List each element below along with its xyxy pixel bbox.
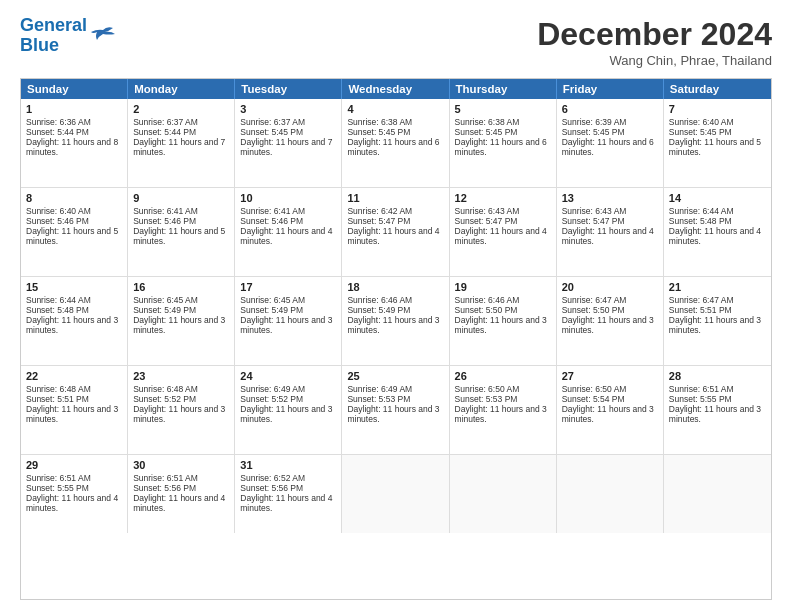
cal-cell-1-6: 7Sunrise: 6:40 AMSunset: 5:45 PMDaylight…	[664, 99, 771, 187]
cal-cell-2-1: 9Sunrise: 6:41 AMSunset: 5:46 PMDaylight…	[128, 188, 235, 276]
cal-cell-1-2: 3Sunrise: 6:37 AMSunset: 5:45 PMDaylight…	[235, 99, 342, 187]
sunset-3-3: Sunset: 5:49 PM	[347, 305, 443, 315]
cal-cell-1-3: 4Sunrise: 6:38 AMSunset: 5:45 PMDaylight…	[342, 99, 449, 187]
day-num-4-1: 23	[133, 370, 229, 382]
daylight-1-6: Daylight: 11 hours and 5 minutes.	[669, 137, 766, 157]
cal-cell-4-6: 28Sunrise: 6:51 AMSunset: 5:55 PMDayligh…	[664, 366, 771, 454]
day-num-4-0: 22	[26, 370, 122, 382]
day-num-4-3: 25	[347, 370, 443, 382]
cal-cell-4-2: 24Sunrise: 6:49 AMSunset: 5:52 PMDayligh…	[235, 366, 342, 454]
day-num-2-5: 13	[562, 192, 658, 204]
cal-cell-3-5: 20Sunrise: 6:47 AMSunset: 5:50 PMDayligh…	[557, 277, 664, 365]
daylight-1-5: Daylight: 11 hours and 6 minutes.	[562, 137, 658, 157]
cal-cell-4-4: 26Sunrise: 6:50 AMSunset: 5:53 PMDayligh…	[450, 366, 557, 454]
sunrise-3-1: Sunrise: 6:45 AM	[133, 295, 229, 305]
day-num-3-3: 18	[347, 281, 443, 293]
header-tuesday: Tuesday	[235, 79, 342, 99]
sunrise-3-2: Sunrise: 6:45 AM	[240, 295, 336, 305]
sunrise-3-0: Sunrise: 6:44 AM	[26, 295, 122, 305]
day-num-2-3: 11	[347, 192, 443, 204]
sunrise-3-6: Sunrise: 6:47 AM	[669, 295, 766, 305]
header-monday: Monday	[128, 79, 235, 99]
sunrise-4-4: Sunrise: 6:50 AM	[455, 384, 551, 394]
sunrise-3-3: Sunrise: 6:46 AM	[347, 295, 443, 305]
day-num-3-5: 20	[562, 281, 658, 293]
sunrise-2-4: Sunrise: 6:43 AM	[455, 206, 551, 216]
cal-cell-4-1: 23Sunrise: 6:48 AMSunset: 5:52 PMDayligh…	[128, 366, 235, 454]
cal-cell-3-2: 17Sunrise: 6:45 AMSunset: 5:49 PMDayligh…	[235, 277, 342, 365]
sunrise-4-3: Sunrise: 6:49 AM	[347, 384, 443, 394]
cal-cell-2-6: 14Sunrise: 6:44 AMSunset: 5:48 PMDayligh…	[664, 188, 771, 276]
logo-text: General Blue	[20, 16, 87, 56]
sunset-1-0: Sunset: 5:44 PM	[26, 127, 122, 137]
daylight-1-4: Daylight: 11 hours and 6 minutes.	[455, 137, 551, 157]
day-num-2-1: 9	[133, 192, 229, 204]
cal-row-1: 1Sunrise: 6:36 AMSunset: 5:44 PMDaylight…	[21, 99, 771, 188]
sunrise-4-6: Sunrise: 6:51 AM	[669, 384, 766, 394]
day-num-5-1: 30	[133, 459, 229, 471]
day-num-3-4: 19	[455, 281, 551, 293]
sunrise-1-3: Sunrise: 6:38 AM	[347, 117, 443, 127]
sunrise-5-1: Sunrise: 6:51 AM	[133, 473, 229, 483]
day-num-5-0: 29	[26, 459, 122, 471]
day-num-2-4: 12	[455, 192, 551, 204]
sunset-3-4: Sunset: 5:50 PM	[455, 305, 551, 315]
sunrise-2-3: Sunrise: 6:42 AM	[347, 206, 443, 216]
sunrise-2-5: Sunrise: 6:43 AM	[562, 206, 658, 216]
day-num-2-6: 14	[669, 192, 766, 204]
cal-row-3: 15Sunrise: 6:44 AMSunset: 5:48 PMDayligh…	[21, 277, 771, 366]
sunset-2-5: Sunset: 5:47 PM	[562, 216, 658, 226]
daylight-5-1: Daylight: 11 hours and 4 minutes.	[133, 493, 229, 513]
sunset-1-4: Sunset: 5:45 PM	[455, 127, 551, 137]
cal-cell-4-0: 22Sunrise: 6:48 AMSunset: 5:51 PMDayligh…	[21, 366, 128, 454]
sunrise-3-4: Sunrise: 6:46 AM	[455, 295, 551, 305]
cal-cell-3-6: 21Sunrise: 6:47 AMSunset: 5:51 PMDayligh…	[664, 277, 771, 365]
cal-cell-3-1: 16Sunrise: 6:45 AMSunset: 5:49 PMDayligh…	[128, 277, 235, 365]
daylight-4-6: Daylight: 11 hours and 3 minutes.	[669, 404, 766, 424]
day-num-1-5: 6	[562, 103, 658, 115]
cal-cell-5-3	[342, 455, 449, 533]
cal-cell-2-2: 10Sunrise: 6:41 AMSunset: 5:46 PMDayligh…	[235, 188, 342, 276]
day-num-3-0: 15	[26, 281, 122, 293]
cal-row-5: 29Sunrise: 6:51 AMSunset: 5:55 PMDayligh…	[21, 455, 771, 533]
sunset-2-3: Sunset: 5:47 PM	[347, 216, 443, 226]
cal-row-2: 8Sunrise: 6:40 AMSunset: 5:46 PMDaylight…	[21, 188, 771, 277]
sunset-3-0: Sunset: 5:48 PM	[26, 305, 122, 315]
sunset-4-1: Sunset: 5:52 PM	[133, 394, 229, 404]
header-sunday: Sunday	[21, 79, 128, 99]
daylight-3-6: Daylight: 11 hours and 3 minutes.	[669, 315, 766, 335]
cal-cell-4-5: 27Sunrise: 6:50 AMSunset: 5:54 PMDayligh…	[557, 366, 664, 454]
cal-cell-1-1: 2Sunrise: 6:37 AMSunset: 5:44 PMDaylight…	[128, 99, 235, 187]
sunset-5-2: Sunset: 5:56 PM	[240, 483, 336, 493]
month-title: December 2024	[537, 16, 772, 53]
cal-cell-1-4: 5Sunrise: 6:38 AMSunset: 5:45 PMDaylight…	[450, 99, 557, 187]
logo-bird-icon	[89, 26, 117, 48]
page: General Blue December 2024 Wang Chin, Ph…	[0, 0, 792, 612]
day-num-2-0: 8	[26, 192, 122, 204]
daylight-4-5: Daylight: 11 hours and 3 minutes.	[562, 404, 658, 424]
sunrise-1-4: Sunrise: 6:38 AM	[455, 117, 551, 127]
day-num-1-2: 3	[240, 103, 336, 115]
sunrise-4-2: Sunrise: 6:49 AM	[240, 384, 336, 394]
sunrise-2-0: Sunrise: 6:40 AM	[26, 206, 122, 216]
daylight-2-5: Daylight: 11 hours and 4 minutes.	[562, 226, 658, 246]
cal-cell-5-2: 31Sunrise: 6:52 AMSunset: 5:56 PMDayligh…	[235, 455, 342, 533]
location: Wang Chin, Phrae, Thailand	[537, 53, 772, 68]
day-num-4-6: 28	[669, 370, 766, 382]
sunset-1-5: Sunset: 5:45 PM	[562, 127, 658, 137]
daylight-4-1: Daylight: 11 hours and 3 minutes.	[133, 404, 229, 424]
sunset-4-3: Sunset: 5:53 PM	[347, 394, 443, 404]
day-num-2-2: 10	[240, 192, 336, 204]
cal-cell-4-3: 25Sunrise: 6:49 AMSunset: 5:53 PMDayligh…	[342, 366, 449, 454]
sunset-4-5: Sunset: 5:54 PM	[562, 394, 658, 404]
day-num-1-0: 1	[26, 103, 122, 115]
cal-cell-5-0: 29Sunrise: 6:51 AMSunset: 5:55 PMDayligh…	[21, 455, 128, 533]
sunrise-1-2: Sunrise: 6:37 AM	[240, 117, 336, 127]
day-num-1-6: 7	[669, 103, 766, 115]
sunrise-1-5: Sunrise: 6:39 AM	[562, 117, 658, 127]
sunrise-1-1: Sunrise: 6:37 AM	[133, 117, 229, 127]
sunset-2-2: Sunset: 5:46 PM	[240, 216, 336, 226]
header-saturday: Saturday	[664, 79, 771, 99]
day-num-1-1: 2	[133, 103, 229, 115]
daylight-3-4: Daylight: 11 hours and 3 minutes.	[455, 315, 551, 335]
